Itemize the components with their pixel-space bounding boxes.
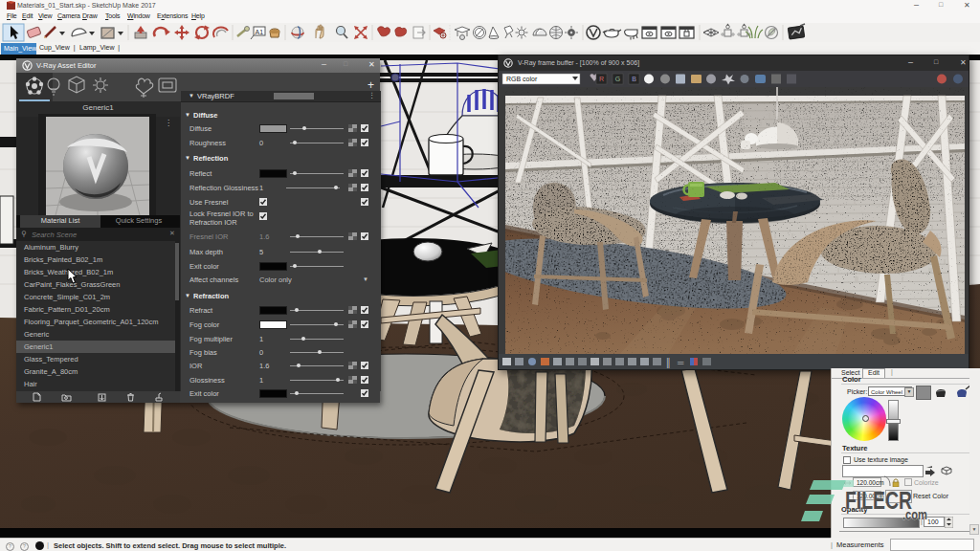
svg-text:+: +	[368, 78, 374, 92]
svg-text:B: B	[632, 76, 636, 82]
svg-text:.com: .com	[902, 506, 927, 522]
svg-text:G: G	[615, 76, 620, 82]
svg-text:═: ═	[677, 358, 684, 367]
svg-text:║: ║	[665, 357, 671, 368]
svg-text:R: R	[599, 76, 604, 82]
svg-text:RGB color: RGB color	[506, 76, 538, 82]
svg-text:A1: A1	[256, 29, 264, 35]
